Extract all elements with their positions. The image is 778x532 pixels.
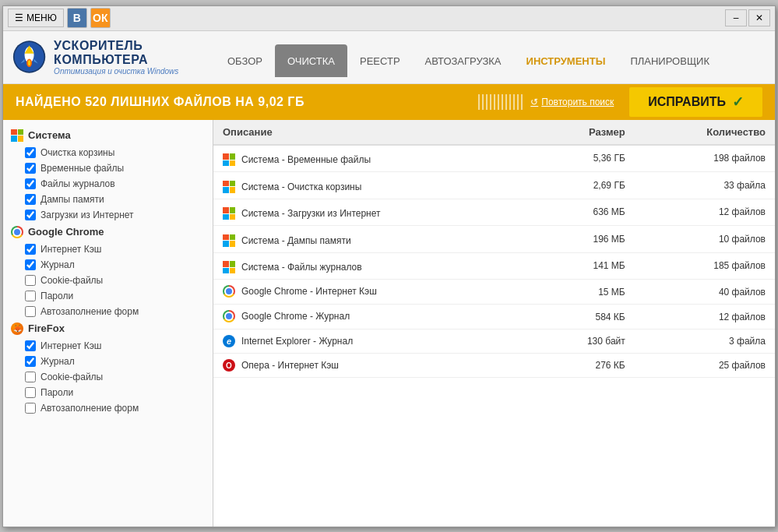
tab-scheduler[interactable]: ПЛАНИРОВЩИК — [618, 44, 722, 77]
list-item: Cookie-файлы — [3, 369, 213, 385]
checkbox-chrome-2[interactable] — [25, 275, 36, 286]
ok-label: ОК — [93, 12, 107, 24]
description-text: Google Chrome - Интернет Кэш — [241, 286, 377, 297]
banner-lines — [478, 94, 523, 110]
tab-registry[interactable]: РЕЕСТР — [347, 44, 413, 77]
checkbox-firefox-3[interactable] — [25, 387, 36, 398]
description-text: Система - Очистка корзины — [241, 181, 361, 192]
menu-button[interactable]: ☰ МЕНЮ — [8, 9, 64, 27]
list-item: Журнал — [3, 354, 213, 369]
table-row: Система - Файлы журналов141 МБ185 файлов — [213, 252, 775, 280]
count-cell: 40 файлов — [635, 280, 775, 305]
description-text: Google Chrome - Журнал — [241, 311, 350, 322]
right-panel: ОписаниеРазмерКоличество Система - Време… — [213, 120, 775, 527]
category-firefox[interactable]: 🦊FireFox — [3, 319, 213, 338]
list-item: Интернет Кэш — [3, 241, 213, 257]
list-item: Пароли — [3, 385, 213, 400]
fix-button[interactable]: ИСПРАВИТЬ ✓ — [629, 87, 762, 117]
checkbox-chrome-0[interactable] — [25, 244, 36, 255]
header-row: ОписаниеРазмерКоличество — [213, 120, 775, 145]
tab-overview[interactable]: ОБЗОР — [215, 44, 275, 77]
windows-icon — [11, 129, 23, 142]
description-text: Система - Загрузки из Интернет — [241, 208, 381, 219]
checkbox-system-2[interactable] — [25, 178, 36, 189]
description-text: Система - Файлы журналов — [241, 262, 362, 273]
tab-autostart[interactable]: АВТОЗАГРУЗКА — [413, 44, 514, 77]
windows-icon — [223, 153, 235, 166]
description-text: Система - Дампы памяти — [241, 235, 351, 246]
checkbox-label: Пароли — [40, 291, 73, 301]
checkbox-firefox-0[interactable] — [25, 340, 36, 351]
table-row: Система - Дампы памяти196 МБ10 файлов — [213, 226, 775, 253]
description-text: Internet Explorer - Журнал — [241, 336, 353, 347]
size-cell: 2,69 ГБ — [532, 172, 635, 199]
checkbox-label: Очистка корзины — [40, 147, 114, 158]
close-button[interactable]: ✕ — [748, 9, 770, 26]
list-item: Дампы памяти — [3, 192, 213, 207]
size-cell: 141 МБ — [532, 252, 635, 280]
description-cell: Система - Файлы журналов — [213, 252, 532, 280]
hamburger-icon: ☰ — [15, 12, 23, 23]
vk-label: В — [73, 12, 81, 24]
minimize-button[interactable]: – — [725, 9, 747, 26]
logo-icon — [12, 37, 46, 76]
opera-icon: O — [223, 359, 235, 372]
count-cell: 12 файлов — [635, 199, 775, 226]
checkbox-firefox-2[interactable] — [25, 372, 36, 382]
description-text: Опера - Интернет Кэш — [241, 360, 339, 371]
checkbox-chrome-3[interactable] — [25, 291, 36, 301]
count-cell: 25 файлов — [635, 354, 775, 378]
checkbox-label: Интернет Кэш — [40, 340, 101, 351]
main-content: СистемаОчистка корзиныВременные файлыФай… — [3, 120, 775, 527]
description-text: Система - Временные файлы — [241, 154, 371, 165]
firefox-icon: 🦊 — [11, 322, 23, 335]
list-item: Пароли — [3, 288, 213, 304]
category-system[interactable]: Система — [3, 126, 213, 145]
svg-point-5 — [28, 60, 30, 65]
ie-icon: e — [223, 335, 235, 347]
checkbox-label: Журнал — [40, 356, 75, 367]
app-subtitle: Оптимизация и очистка Windows — [54, 67, 215, 76]
table-row: OОпера - Интернет Кэш276 КБ25 файлов — [213, 354, 775, 378]
checkbox-label: Журнал — [40, 259, 75, 270]
list-item: Автозаполнение форм — [3, 304, 213, 319]
checkbox-label: Cookie-файлы — [40, 372, 103, 382]
tab-tools[interactable]: ИНСТРУМЕНТЫ — [514, 44, 618, 77]
window-controls: – ✕ — [725, 9, 770, 26]
description-cell: eInternet Explorer - Журнал — [213, 329, 532, 354]
checkbox-firefox-1[interactable] — [25, 356, 36, 367]
description-cell: Система - Загрузки из Интернет — [213, 199, 532, 226]
vk-button[interactable]: В — [67, 8, 87, 28]
description-cell: Система - Временные файлы — [213, 145, 532, 172]
checkbox-system-1[interactable] — [25, 163, 36, 174]
category-label-chrome: Google Chrome — [28, 226, 104, 238]
table-body: Система - Временные файлы5,36 ГБ198 файл… — [213, 145, 775, 378]
checkbox-system-0[interactable] — [25, 147, 36, 158]
checkbox-label: Cookie-файлы — [40, 275, 103, 286]
size-cell: 5,36 ГБ — [532, 145, 635, 172]
banner: НАЙДЕНО 520 ЛИШНИХ ФАЙЛОВ НА 9,02 ГБ ↺ П… — [3, 84, 775, 120]
menu-label: МЕНЮ — [26, 12, 57, 23]
windows-icon — [223, 261, 235, 273]
checkbox-system-3[interactable] — [25, 194, 36, 205]
size-cell: 15 МБ — [532, 280, 635, 305]
list-item: Cookie-файлы — [3, 273, 213, 288]
col-header-1: Размер — [532, 120, 635, 145]
ok-button[interactable]: ОК — [90, 8, 111, 28]
checkbox-system-4[interactable] — [25, 210, 36, 220]
checkbox-firefox-4[interactable] — [25, 403, 36, 414]
chrome-icon — [11, 226, 23, 238]
size-cell: 584 КБ — [532, 305, 635, 329]
list-item: Интернет Кэш — [3, 338, 213, 354]
checkbox-chrome-1[interactable] — [25, 259, 36, 270]
size-cell: 636 МБ — [532, 199, 635, 226]
description-cell: Система - Очистка корзины — [213, 172, 532, 199]
repeat-search-button[interactable]: ↺ Повторить поиск — [530, 97, 614, 107]
checkbox-chrome-4[interactable] — [25, 306, 36, 317]
col-header-0: Описание — [213, 120, 532, 145]
tab-clean[interactable]: ОЧИСТКА — [275, 44, 347, 77]
count-cell: 3 файла — [635, 329, 775, 354]
table-header: ОписаниеРазмерКоличество — [213, 120, 775, 145]
category-chrome[interactable]: Google Chrome — [3, 223, 213, 241]
list-item: Журнал — [3, 257, 213, 273]
